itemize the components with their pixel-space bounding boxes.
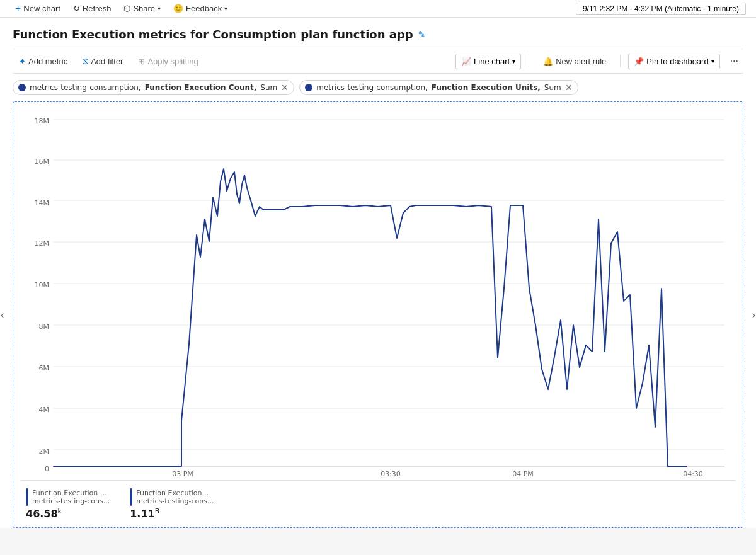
feedback-icon: 🙂 bbox=[173, 4, 183, 13]
add-metric-label: Add metric bbox=[28, 57, 67, 66]
toolbar-divider-2 bbox=[620, 55, 621, 67]
metric-tag-1: metrics-testing-consumption, Function Ex… bbox=[13, 80, 294, 95]
more-options-button[interactable]: ··· bbox=[725, 53, 743, 69]
refresh-label: Refresh bbox=[83, 4, 112, 13]
feedback-label: Feedback bbox=[186, 4, 222, 13]
legend-value-number-2: 1.11 bbox=[130, 508, 154, 520]
refresh-button[interactable]: ↻ Refresh bbox=[68, 3, 117, 14]
metric-tag-close-2[interactable]: ✕ bbox=[565, 83, 573, 92]
chart-nav-left[interactable]: ‹ bbox=[1, 309, 4, 321]
filter-icon: ⧖ bbox=[83, 56, 88, 66]
line-chart-icon: 📈 bbox=[461, 57, 471, 66]
legend-sub-2: metrics-testing-cons... bbox=[136, 497, 214, 505]
apply-splitting-button[interactable]: ⊞ Apply splitting bbox=[132, 54, 204, 69]
legend-item-1-header: Function Execution C... metrics-testing-… bbox=[26, 488, 110, 506]
svg-text:4M: 4M bbox=[39, 406, 50, 414]
share-icon: ⬡ bbox=[123, 4, 130, 13]
page-title: Function Execution metrics for Consumpti… bbox=[13, 28, 413, 41]
time-range-label: 9/11 2:32 PM - 4:32 PM (Automatic - 1 mi… bbox=[583, 4, 739, 13]
svg-text:04 PM: 04 PM bbox=[512, 470, 534, 478]
metric-tag-name-2: Function Execution Units, bbox=[432, 83, 541, 92]
svg-text:2M: 2M bbox=[39, 447, 50, 455]
add-metric-icon: ✦ bbox=[19, 57, 26, 66]
new-chart-label: New chart bbox=[23, 4, 60, 13]
svg-text:18M: 18M bbox=[35, 117, 50, 125]
svg-text:6M: 6M bbox=[39, 364, 50, 372]
legend-value-1: 46.58k bbox=[26, 507, 110, 520]
metric-tag-prefix-1: metrics-testing-consumption, bbox=[30, 83, 141, 92]
legend-color-bar-1 bbox=[26, 488, 28, 506]
legend-item-2: Function Execution U... metrics-testing-… bbox=[130, 488, 214, 520]
metric-tag-prefix-2: metrics-testing-consumption, bbox=[316, 83, 428, 92]
feedback-chevron-icon: ▾ bbox=[224, 5, 227, 12]
legend-item-1: Function Execution C... metrics-testing-… bbox=[26, 488, 110, 520]
chart-type-label: Line chart bbox=[474, 57, 510, 66]
legend-sub-1: metrics-testing-cons... bbox=[32, 497, 110, 505]
toolbar-right: 📈 Line chart ▾ 🔔 New alert rule 📌 Pin to… bbox=[455, 53, 743, 69]
chart-container: ‹ › 18M 16M 14M 12M 10M 8M 6M 4M 2M 0 bbox=[13, 101, 743, 528]
metric-tag-icon-2 bbox=[305, 84, 312, 91]
metric-tag-name-1: Function Execution Count, bbox=[145, 83, 257, 92]
chart-type-button[interactable]: 📈 Line chart ▾ bbox=[455, 54, 521, 69]
bell-icon: 🔔 bbox=[543, 57, 553, 66]
legend-item-2-header: Function Execution U... metrics-testing-… bbox=[130, 488, 214, 506]
share-label: Share bbox=[133, 4, 155, 13]
metric-tag-icon-1 bbox=[18, 84, 26, 91]
legend-color-bar-2 bbox=[130, 488, 132, 506]
refresh-icon: ↻ bbox=[73, 4, 80, 13]
plus-icon: + bbox=[15, 3, 21, 14]
page-container: Function Execution metrics for Consumpti… bbox=[0, 18, 756, 528]
legend-value-unit-2: B bbox=[155, 507, 160, 515]
apply-splitting-label: Apply splitting bbox=[147, 57, 198, 66]
time-range-button[interactable]: 9/11 2:32 PM - 4:32 PM (Automatic - 1 mi… bbox=[576, 3, 746, 15]
svg-text:03:30: 03:30 bbox=[381, 470, 401, 478]
add-metric-button[interactable]: ✦ Add metric bbox=[13, 54, 74, 69]
new-chart-button[interactable]: + New chart bbox=[10, 2, 66, 16]
svg-text:04:30: 04:30 bbox=[683, 470, 703, 478]
pin-label: Pin to dashboard bbox=[646, 57, 708, 66]
toolbar-divider bbox=[529, 55, 529, 67]
page-title-row: Function Execution metrics for Consumpti… bbox=[13, 28, 743, 41]
legend-value-2: 1.11B bbox=[130, 507, 214, 520]
add-filter-label: Add filter bbox=[91, 57, 123, 66]
toolbar-left: ✦ Add metric ⧖ Add filter ⊞ Apply splitt… bbox=[13, 54, 205, 69]
svg-text:12M: 12M bbox=[35, 239, 50, 248]
new-alert-label: New alert rule bbox=[556, 57, 606, 66]
edit-icon[interactable]: ✎ bbox=[418, 30, 426, 40]
legend-labels-2: Function Execution U... metrics-testing-… bbox=[136, 489, 214, 505]
new-alert-button[interactable]: 🔔 New alert rule bbox=[537, 54, 612, 69]
top-toolbar: + New chart ↻ Refresh ⬡ Share ▾ 🙂 Feedba… bbox=[0, 0, 756, 18]
metric-tags: metrics-testing-consumption, Function Ex… bbox=[13, 80, 743, 95]
more-icon: ··· bbox=[730, 55, 738, 66]
metric-tag-close-1[interactable]: ✕ bbox=[281, 83, 289, 92]
share-chevron-icon: ▾ bbox=[158, 5, 161, 12]
legend-value-number-1: 46.58 bbox=[26, 508, 58, 520]
svg-text:03 PM: 03 PM bbox=[172, 470, 193, 478]
chart-svg: 18M 16M 14M 12M 10M 8M 6M 4M 2M 0 bbox=[21, 112, 735, 478]
svg-text:16M: 16M bbox=[35, 157, 50, 166]
pin-chevron-icon: ▾ bbox=[711, 58, 714, 65]
metric-tag-suffix-1: Sum bbox=[260, 83, 277, 92]
svg-text:0: 0 bbox=[45, 465, 49, 473]
legend-label-1: Function Execution C... bbox=[32, 489, 108, 497]
add-filter-button[interactable]: ⧖ Add filter bbox=[76, 54, 129, 69]
chart-area: 18M 16M 14M 12M 10M 8M 6M 4M 2M 0 bbox=[21, 112, 735, 478]
toolbar: ✦ Add metric ⧖ Add filter ⊞ Apply splitt… bbox=[13, 49, 743, 74]
legend-labels-1: Function Execution C... metrics-testing-… bbox=[32, 489, 110, 505]
legend-area: Function Execution C... metrics-testing-… bbox=[21, 480, 735, 527]
svg-text:14M: 14M bbox=[35, 199, 50, 207]
svg-text:10M: 10M bbox=[35, 281, 50, 289]
chart-nav-right[interactable]: › bbox=[752, 309, 755, 321]
pin-dashboard-button[interactable]: 📌 Pin to dashboard ▾ bbox=[628, 54, 719, 69]
legend-label-2: Function Execution U... bbox=[136, 489, 212, 497]
feedback-button[interactable]: 🙂 Feedback ▾ bbox=[168, 3, 232, 14]
share-button[interactable]: ⬡ Share ▾ bbox=[118, 3, 166, 14]
chart-type-chevron-icon: ▾ bbox=[512, 58, 515, 65]
metric-tag-suffix-2: Sum bbox=[544, 83, 561, 92]
metric-tag-2: metrics-testing-consumption, Function Ex… bbox=[299, 80, 578, 95]
pin-icon: 📌 bbox=[634, 57, 644, 66]
svg-text:8M: 8M bbox=[39, 323, 50, 331]
top-toolbar-left: + New chart ↻ Refresh ⬡ Share ▾ 🙂 Feedba… bbox=[10, 2, 232, 16]
split-icon: ⊞ bbox=[138, 57, 145, 66]
legend-value-unit-1: k bbox=[58, 507, 62, 515]
